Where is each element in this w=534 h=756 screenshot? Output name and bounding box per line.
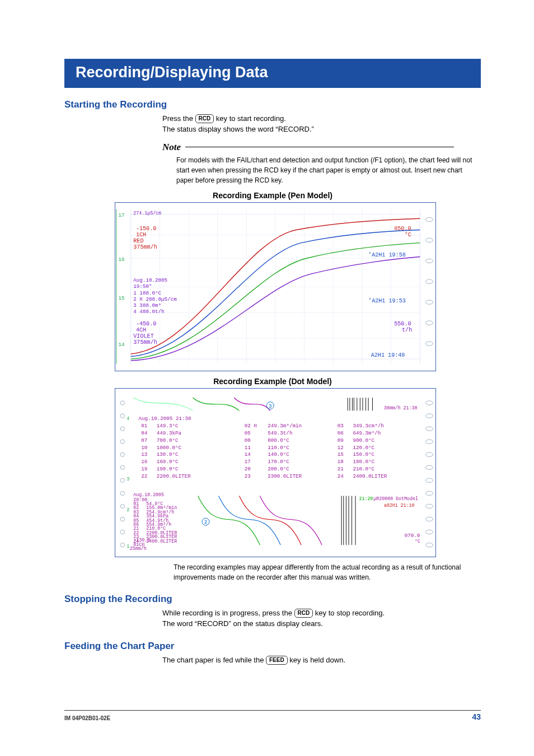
svg-text:2400.0LITER: 2400.0LITER (146, 539, 177, 544)
svg-point-170 (425, 452, 433, 456)
svg-point-50 (425, 280, 433, 284)
stopping-body: While recording is in progress, press th… (162, 608, 481, 629)
svg-text:649.3m³/h: 649.3m³/h (353, 430, 381, 436)
dot-caption: Recording Example (Dot Model) (64, 377, 481, 386)
svg-point-166 (425, 401, 433, 405)
svg-text:274.1µS/cm: 274.1µS/cm (133, 211, 161, 216)
svg-point-169 (425, 440, 433, 444)
svg-text:14: 14 (245, 452, 251, 458)
svg-text:170.0°C: 170.0°C (268, 459, 289, 465)
doc-id: IM 04P02B01-02E (64, 715, 110, 721)
page-number: 43 (472, 712, 481, 721)
svg-text:05: 05 (245, 430, 251, 436)
svg-point-171 (425, 466, 433, 470)
svg-text:-450.0: -450.0 (136, 321, 156, 328)
svg-text:06: 06 (338, 430, 344, 436)
svg-point-167 (425, 414, 433, 418)
svg-text:200.0°C: 200.0°C (268, 466, 289, 473)
svg-point-158 (120, 452, 124, 456)
svg-text:700.0°C: 700.0°C (157, 437, 179, 444)
svg-text:2400.0LITER: 2400.0LITER (353, 474, 387, 480)
svg-point-175 (425, 517, 433, 521)
svg-text:22: 22 (141, 474, 147, 480)
feed-key: FEED (266, 656, 288, 665)
svg-text:3: 3 (269, 403, 272, 409)
svg-text:2300.0LITER: 2300.0LITER (268, 474, 302, 480)
svg-point-176 (425, 530, 433, 534)
svg-text:149.3°C: 149.3°C (157, 423, 179, 429)
svg-text:25mm/h: 25mm/h (130, 547, 147, 552)
note-body: For models with the FAIL/chart end detec… (176, 155, 481, 185)
svg-text:’A2H1 19:53: ’A2H1 19:53 (368, 298, 406, 304)
svg-point-156 (120, 427, 124, 431)
svg-text:4CH: 4CH (136, 328, 146, 334)
svg-text:130.0°C: 130.0°C (157, 452, 179, 458)
svg-text:09: 09 (338, 437, 344, 444)
svg-text:11: 11 (245, 445, 251, 451)
svg-text:449.3kPa: 449.3kPa (157, 430, 182, 436)
svg-text:°C: °C (405, 232, 411, 238)
svg-text:800.0°C: 800.0°C (268, 437, 289, 444)
svg-text:16: 16 (141, 459, 147, 465)
note-heading: Note (162, 141, 481, 153)
svg-text:375mm/h: 375mm/h (133, 244, 157, 250)
svg-point-53 (425, 342, 433, 346)
svg-text:µR20000 DotModel: µR20000 DotModel (373, 496, 418, 501)
svg-point-173 (425, 492, 433, 496)
svg-text:02 H: 02 H (245, 423, 257, 429)
svg-text:550.0: 550.0 (394, 321, 411, 328)
svg-text:04: 04 (141, 430, 148, 436)
svg-text:2 H 288.0µS/cm: 2 H 288.0µS/cm (133, 296, 177, 302)
svg-text:120.0°C: 120.0°C (353, 445, 374, 451)
svg-text:15: 15 (338, 452, 344, 458)
svg-text:24: 24 (338, 474, 344, 480)
svg-point-177 (425, 543, 433, 547)
figure-note: The recording examples may appear differ… (174, 563, 481, 582)
svg-text:-150.0: -150.0 (136, 226, 156, 232)
svg-text:07: 07 (141, 437, 147, 444)
feeding-body: The chart paper is fed while the FEED ke… (162, 655, 481, 666)
svg-text:3: 3 (127, 477, 129, 482)
svg-point-157 (120, 440, 124, 444)
svg-text:4: 4 (127, 416, 129, 421)
svg-text:110.0°C: 110.0°C (268, 445, 289, 451)
svg-text:3   388.0m³: 3 388.0m³ (133, 302, 161, 309)
svg-text:Aug.10.2005: Aug.10.2005 (133, 492, 164, 497)
svg-text:13: 13 (141, 452, 147, 458)
svg-text:2: 2 (204, 520, 208, 526)
page-footer: 43 IM 04P02B01-02E (64, 710, 481, 722)
svg-text:549.3t/h: 549.3t/h (268, 430, 292, 436)
svg-point-154 (120, 401, 124, 405)
svg-text:Aug.10.2005 21:30: Aug.10.2005 21:30 (139, 416, 191, 422)
svg-point-160 (120, 479, 124, 483)
heading-feeding: Feeding the Chart Paper (64, 641, 481, 652)
svg-text:’A2H1 19:58: ’A2H1 19:58 (368, 253, 406, 259)
svg-point-168 (425, 427, 433, 431)
svg-text:17: 17 (119, 213, 125, 219)
svg-point-47 (425, 218, 433, 222)
dot-chart: 30mm/h 21:30 Aug.10.2005 21:30 01149.3°C… (115, 388, 436, 557)
svg-text:15: 15 (119, 296, 125, 302)
svg-text:t/h: t/h (402, 328, 412, 334)
section-banner: Recording/Displaying Data (64, 59, 481, 88)
svg-text:16: 16 (119, 256, 125, 263)
svg-text:850.0: 850.0 (394, 226, 411, 232)
svg-text:a02H1 21:10: a02H1 21:10 (384, 503, 415, 508)
svg-text:17: 17 (245, 459, 251, 465)
svg-text:°C: °C (415, 539, 420, 544)
svg-text:19: 19 (141, 466, 147, 473)
svg-text:23: 23 (245, 474, 251, 480)
heading-starting: Starting the Recording (64, 99, 481, 110)
svg-text:01: 01 (141, 423, 148, 429)
svg-text:150.0°C: 150.0°C (353, 452, 374, 458)
svg-text:14: 14 (119, 342, 125, 348)
svg-text:RED: RED (133, 238, 143, 244)
svg-point-159 (120, 466, 124, 470)
svg-text:03: 03 (338, 423, 344, 429)
svg-text:349.3cm³/h: 349.3cm³/h (353, 423, 383, 429)
svg-text:4   488.0t/h: 4 488.0t/h (133, 309, 164, 315)
svg-text:20: 20 (245, 466, 251, 473)
svg-text:375mm/h: 375mm/h (133, 340, 157, 346)
svg-text:190.0°C: 190.0°C (157, 466, 179, 473)
svg-text:2200.0LITER: 2200.0LITER (157, 474, 191, 480)
